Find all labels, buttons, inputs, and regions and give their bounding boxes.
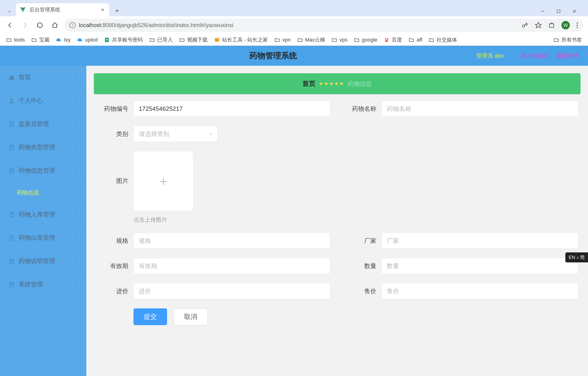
chevron-down-icon: [73, 98, 78, 103]
bookmark-item[interactable]: tools: [6, 37, 25, 43]
bookmark-item[interactable]: 站长工具 - 站长之家: [214, 36, 268, 43]
svg-point-19: [387, 38, 388, 40]
svg-point-18: [385, 38, 386, 40]
close-window-button[interactable]: [568, 6, 581, 16]
sidebar-subitem[interactable]: 药物信息: [0, 182, 86, 203]
sidebar-item[interactable]: 药物出库管理: [0, 226, 86, 250]
sidebar-item[interactable]: 药物类型管理: [0, 136, 86, 159]
sidebar: 首页个人中心监督员管理药物类型管理药物信息管理药物信息药物入库管理药物出库管理药…: [0, 66, 86, 376]
category-label: 类别: [96, 130, 134, 138]
bookmark-item[interactable]: vpn: [274, 37, 291, 43]
sidebar-item[interactable]: 系统管理: [0, 273, 86, 296]
logout-link[interactable]: 退出登录: [556, 52, 579, 60]
app-title: 药物管理系统: [70, 50, 476, 61]
breadcrumb-stars-icon: ★★★★★: [319, 81, 344, 87]
sidebar-item[interactable]: 监督员管理: [0, 112, 86, 136]
svg-point-20: [385, 40, 388, 42]
manufacturer-input[interactable]: [381, 233, 578, 249]
ime-indicator[interactable]: EN ♪ 简: [565, 252, 588, 262]
bookmark-item[interactable]: 视频下载: [179, 36, 208, 43]
forward-button[interactable]: [20, 20, 30, 31]
current-user: 管理员 abo: [476, 52, 504, 60]
browser-menu-icon[interactable]: [576, 22, 578, 29]
home-button[interactable]: [50, 20, 60, 31]
chevron-down-icon: [73, 236, 78, 240]
expiry-label: 有效期: [96, 262, 134, 270]
chevron-down-icon: [73, 75, 78, 80]
sale-price-input[interactable]: [381, 283, 578, 299]
chevron-down-icon: [73, 259, 78, 264]
category-select[interactable]: 请选择类别: [134, 126, 218, 142]
spec-label: 规格: [96, 237, 134, 245]
site-info-icon[interactable]: i: [70, 22, 76, 28]
password-key-icon[interactable]: [521, 22, 528, 29]
app-header: 药物管理系统 管理员 abo 退出到前台 退出登录: [0, 46, 588, 66]
bookmark-item[interactable]: 已导入: [149, 36, 173, 43]
chevron-down-icon: [73, 282, 78, 287]
purchase-price-input[interactable]: [134, 283, 330, 299]
sidebar-item[interactable]: 个人中心: [0, 89, 86, 112]
svg-point-12: [577, 24, 578, 26]
browser-tab[interactable]: 后台管理系统: [16, 3, 109, 16]
profile-avatar[interactable]: W: [561, 21, 570, 29]
address-bar[interactable]: i localhost:8080/djangojb526/admin/dist/…: [64, 19, 583, 32]
drug-id-input[interactable]: [134, 101, 330, 117]
main-content: 首页 ★★★★★ 药物信息 药物编号 药物名称 类别: [86, 66, 588, 376]
drug-id-label: 药物编号: [96, 105, 134, 113]
breadcrumb-home[interactable]: 首页: [302, 79, 315, 88]
sidebar-item[interactable]: 首页: [0, 66, 86, 89]
back-button[interactable]: [5, 20, 15, 31]
maximize-button[interactable]: [552, 6, 565, 16]
close-tab-icon[interactable]: [100, 7, 105, 13]
all-bookmarks[interactable]: 所有书签: [554, 36, 582, 43]
image-upload[interactable]: ＋: [134, 151, 193, 211]
new-tab-button[interactable]: [112, 5, 123, 16]
bookmark-item[interactable]: uplod: [77, 37, 98, 43]
bookmark-item[interactable]: 宝藏: [31, 36, 50, 43]
svg-rect-5: [557, 10, 560, 13]
window-controls: [536, 6, 586, 16]
bookmark-item[interactable]: 社交媒体: [429, 36, 457, 43]
tab-title: 后台管理系统: [29, 6, 97, 13]
sidebar-item[interactable]: 药物入库管理: [0, 203, 86, 226]
category-placeholder: 请选择类别: [139, 130, 169, 138]
bookmark-item[interactable]: vps: [332, 37, 347, 43]
upload-hint: 点击上传图片: [134, 216, 167, 223]
bookmark-item[interactable]: Max云梯: [297, 36, 325, 43]
chevron-down-icon: [73, 145, 78, 150]
manufacturer-label: 厂家: [344, 237, 381, 245]
logout-to-front-link[interactable]: 退出到前台: [521, 52, 549, 60]
breadcrumb-current: 药物信息: [348, 80, 372, 88]
extensions-icon[interactable]: [548, 22, 555, 29]
purchase-price-label: 进价: [96, 287, 134, 295]
svg-rect-16: [106, 40, 108, 40]
chevron-down-icon: [208, 132, 213, 136]
expiry-input[interactable]: [134, 258, 330, 274]
quantity-input[interactable]: [381, 258, 578, 274]
browser-chrome: 后台管理系统 i localhost:8080/djangojb526/admi…: [0, 0, 588, 46]
bookmark-star-icon[interactable]: [535, 22, 542, 29]
bookmark-item[interactable]: 共享账号密码: [104, 36, 143, 43]
app: 药物管理系统 管理员 abo 退出到前台 退出登录 首页个人中心监督员管理药物类…: [0, 46, 588, 376]
drug-name-input[interactable]: [381, 101, 578, 117]
cancel-button[interactable]: 取消: [174, 308, 208, 325]
chevron-down-icon: [73, 122, 78, 126]
bookmark-item[interactable]: google: [354, 37, 377, 43]
bookmark-item[interactable]: 百度: [384, 36, 402, 43]
spec-input[interactable]: [134, 233, 330, 249]
minimize-button[interactable]: [536, 6, 549, 16]
bookmark-item[interactable]: txy: [56, 37, 71, 43]
sidebar-item[interactable]: 药物说明管理: [0, 250, 86, 273]
bookmarks-bar: tools宝藏txyuplod共享账号密码已导入视频下载站长工具 - 站长之家v…: [0, 34, 588, 46]
submit-button[interactable]: 提交: [134, 308, 167, 325]
sale-price-label: 售价: [344, 287, 381, 295]
tab-search-dropdown[interactable]: [5, 7, 14, 16]
bookmark-item[interactable]: aff: [409, 37, 422, 43]
svg-rect-15: [106, 39, 108, 39]
reload-button[interactable]: [34, 20, 45, 31]
drug-name-label: 药物名称: [344, 105, 381, 113]
sidebar-item[interactable]: 药物信息管理: [0, 159, 86, 182]
browser-toolbar: i localhost:8080/djangojb526/admin/dist/…: [0, 16, 588, 34]
chevron-down-icon: [73, 168, 78, 173]
chevron-down-icon: [73, 212, 78, 217]
